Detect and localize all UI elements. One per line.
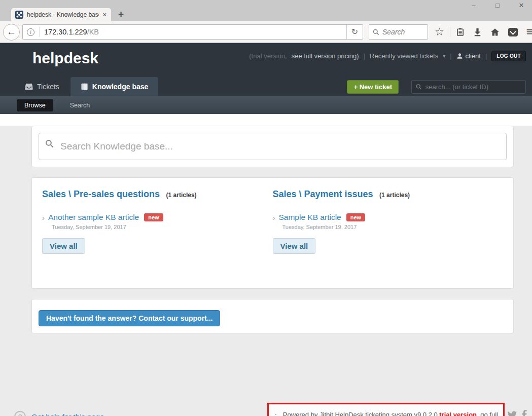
powered-by-text: Powered by Jitbit HelpDesk ticketing sys… xyxy=(283,411,498,416)
chevron-right-icon: › xyxy=(42,213,45,222)
kb-article-link[interactable]: Sample KB article xyxy=(279,213,341,222)
window-close-button[interactable]: ✕ xyxy=(518,2,525,9)
ticket-search-bar[interactable] xyxy=(411,80,526,94)
trial-pricing-link[interactable]: see full version pricing) xyxy=(292,52,359,60)
new-badge: new xyxy=(346,213,365,221)
tab-tickets[interactable]: Tickets xyxy=(17,77,67,96)
app-header: helpdesk (trial version, see full versio… xyxy=(0,43,532,96)
twitter-icon[interactable] xyxy=(508,411,517,416)
search-icon xyxy=(373,29,379,35)
contact-support-button[interactable]: Haven't found the answer? Contact our su… xyxy=(39,310,220,326)
jitbit-favicon-icon xyxy=(15,11,23,19)
window-minimize-button[interactable]: – xyxy=(470,2,477,9)
bookmarks-clipboard-icon[interactable] xyxy=(456,27,465,36)
category-article-count: (1 articles) xyxy=(166,192,197,199)
toolbar-separator xyxy=(450,27,450,37)
category-article-count: (1 articles) xyxy=(379,192,410,199)
tab-close-icon[interactable]: ✕ xyxy=(102,12,107,18)
tab-title: helpdesk - Knowledge base xyxy=(27,11,99,18)
meta-separator: | xyxy=(364,52,365,60)
page-content: Sales \ Pre-sales questions (1 articles)… xyxy=(0,126,532,416)
helpdesk-system-link[interactable]: HelpDesk ticketing system xyxy=(335,411,412,416)
user-label: client xyxy=(466,52,481,60)
url-separator xyxy=(39,27,40,37)
pocket-icon[interactable] xyxy=(508,28,518,36)
url-path: /KB xyxy=(87,28,99,36)
search-icon xyxy=(416,84,422,90)
go-full-link[interactable]: go full xyxy=(480,411,498,416)
meta-separator: | xyxy=(485,52,487,60)
new-tab-button[interactable]: + xyxy=(118,9,124,20)
ticket-search-input[interactable] xyxy=(425,83,521,91)
version-label: v9.0.2.0 xyxy=(414,411,437,416)
kb-search-input[interactable] xyxy=(39,133,507,160)
url-host: 172.30.1.229 xyxy=(44,28,87,36)
user-icon xyxy=(456,53,463,59)
trial-version-label: trial version xyxy=(439,411,477,416)
browser-search-bar[interactable] xyxy=(369,24,428,40)
book-icon xyxy=(81,83,88,91)
facebook-icon[interactable] xyxy=(522,410,527,416)
kb-subnav: Browse Search xyxy=(0,96,532,114)
powered-prefix: Powered by Jitbit xyxy=(283,411,333,416)
category-presales: Sales \ Pre-sales questions (1 articles)… xyxy=(42,189,273,277)
kb-article-row: › Another sample KB article new xyxy=(42,213,273,222)
chevron-down-icon: ▾ xyxy=(443,53,445,59)
kb-article-link[interactable]: Another sample KB article xyxy=(48,213,139,222)
contact-support-card: Haven't found the answer? Contact our su… xyxy=(31,299,514,333)
home-icon[interactable] xyxy=(490,28,500,36)
browser-tab[interactable]: helpdesk - Knowledge base ✕ xyxy=(11,8,111,21)
kb-categories-card: Sales \ Pre-sales questions (1 articles)… xyxy=(31,177,514,289)
url-bar[interactable]: i 172.30.1.229 /KB ↻ xyxy=(22,24,363,40)
help-question-icon[interactable]: ? xyxy=(14,411,26,416)
view-all-button[interactable]: View all xyxy=(273,238,316,254)
period: . xyxy=(477,411,479,416)
site-info-icon[interactable]: i xyxy=(27,28,34,36)
new-badge: new xyxy=(144,213,163,221)
meta-separator: | xyxy=(450,52,451,60)
user-menu[interactable]: client xyxy=(456,52,481,60)
view-all-button[interactable]: View all xyxy=(42,238,85,254)
bookmark-star-icon[interactable]: ☆ xyxy=(435,27,444,37)
tab-tickets-label: Tickets xyxy=(37,83,59,91)
browser-search-input[interactable] xyxy=(382,28,421,36)
kb-article-date: Tuesday, September 19, 2017 xyxy=(282,224,504,230)
subnav-search[interactable]: Search xyxy=(70,102,90,109)
category-title[interactable]: Sales \ Payment issues xyxy=(273,189,373,199)
browser-navbar: ← i 172.30.1.229 /KB ↻ ☆ ≡ xyxy=(0,21,532,43)
back-button[interactable]: ← xyxy=(3,24,20,41)
download-icon[interactable] xyxy=(473,28,482,36)
tickets-inbox-icon xyxy=(25,83,33,90)
category-payment: Sales \ Payment issues (1 articles) › Sa… xyxy=(273,189,504,277)
logout-button[interactable]: LOG OUT xyxy=(491,51,526,61)
tab-knowledge-base[interactable]: Knowledge base xyxy=(70,77,158,96)
jitbit-logo-icon xyxy=(275,407,276,416)
category-title[interactable]: Sales \ Pre-sales questions xyxy=(42,189,160,199)
kb-article-date: Tuesday, September 19, 2017 xyxy=(52,224,273,230)
browser-titlebar: helpdesk - Knowledge base ✕ + – □ ✕ xyxy=(0,0,532,21)
powered-by-highlight-box: Powered by Jitbit HelpDesk ticketing sys… xyxy=(267,403,505,416)
kb-article-row: › Sample KB article new xyxy=(273,213,504,222)
tab-knowledge-base-label: Knowledge base xyxy=(92,83,148,91)
reload-button[interactable]: ↻ xyxy=(346,25,363,39)
get-help-link[interactable]: Get help for this page xyxy=(31,412,104,416)
chevron-right-icon: › xyxy=(273,213,275,222)
new-ticket-button[interactable]: + New ticket xyxy=(347,80,399,94)
recently-viewed-dropdown[interactable]: Recently viewed tickets xyxy=(370,52,438,60)
kb-search-card xyxy=(31,126,514,167)
subnav-browse[interactable]: Browse xyxy=(17,99,53,111)
app-logo[interactable]: helpdesk xyxy=(32,50,98,67)
trial-note: (trial version, xyxy=(249,52,287,60)
search-icon xyxy=(45,139,54,148)
hamburger-menu-icon[interactable]: ≡ xyxy=(526,25,532,39)
window-maximize-button[interactable]: □ xyxy=(494,2,501,9)
